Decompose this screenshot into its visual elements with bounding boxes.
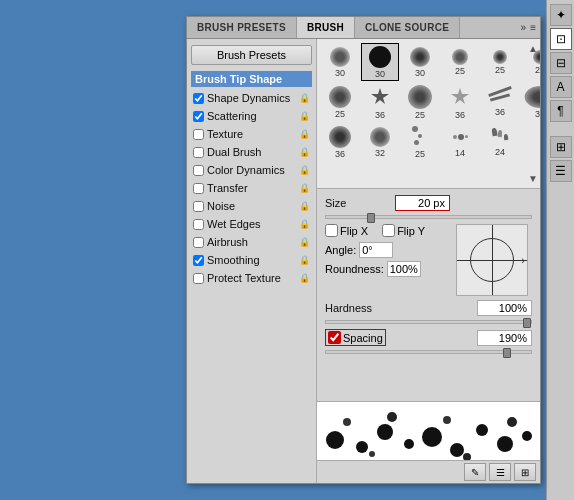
sidebar-item-smoothing[interactable]: Smoothing 🔒 bbox=[191, 251, 316, 269]
brush-cell-11[interactable]: 36 bbox=[521, 83, 540, 121]
hardness-slider[interactable] bbox=[325, 320, 532, 324]
angle-input[interactable] bbox=[359, 242, 393, 258]
flip-controls: Flip X Flip Y Angle: bbox=[325, 224, 448, 281]
brush-cell-7[interactable]: 36 bbox=[361, 83, 399, 121]
spacing-label: Spacing bbox=[343, 332, 383, 344]
lock-icon-4: 🔒 bbox=[299, 165, 310, 175]
sidebar-item-scattering[interactable]: Scattering 🔒 bbox=[191, 107, 316, 125]
brush-cell-16[interactable]: 24 bbox=[481, 123, 519, 161]
checkbox-color-dynamics[interactable] bbox=[193, 165, 204, 176]
checkbox-protect-texture[interactable] bbox=[193, 273, 204, 284]
hardness-slider-thumb[interactable] bbox=[523, 318, 531, 328]
brush-cell-15[interactable]: 14 bbox=[441, 123, 479, 161]
checkbox-transfer[interactable] bbox=[193, 183, 204, 194]
toolbar-icon-2[interactable]: ⊡ bbox=[550, 28, 572, 50]
brush-cell-12[interactable]: 36 bbox=[321, 123, 359, 161]
toolbar-icon-5[interactable]: ¶ bbox=[550, 100, 572, 122]
size-value[interactable]: 20 px bbox=[395, 195, 450, 211]
right-toolbar: ✦ ⊡ ⊟ A ¶ ⊞ ☰ bbox=[546, 0, 574, 500]
svg-point-8 bbox=[476, 424, 488, 436]
scroll-down[interactable]: ▼ bbox=[528, 173, 538, 184]
brush-cell-4[interactable]: 25 bbox=[481, 43, 519, 81]
sidebar-item-shape-dynamics[interactable]: Shape Dynamics 🔒 bbox=[191, 89, 316, 107]
brush-cell-0[interactable]: 30 bbox=[321, 43, 359, 81]
toolbar-icon-6[interactable]: ⊞ bbox=[550, 136, 572, 158]
lock-icon-3: 🔒 bbox=[299, 147, 310, 157]
checkbox-wet-edges[interactable] bbox=[193, 219, 204, 230]
toolbar-icon-4[interactable]: A bbox=[550, 76, 572, 98]
panel-content: ▲ 30 30 30 bbox=[317, 39, 540, 483]
toolbar-icon-1[interactable]: ✦ bbox=[550, 4, 572, 26]
brush-cell-3[interactable]: 25 bbox=[441, 43, 479, 81]
brush-cell-10[interactable]: 36 bbox=[481, 83, 519, 121]
flip-x-check[interactable]: Flip X bbox=[325, 224, 368, 237]
lock-icon-0: 🔒 bbox=[299, 93, 310, 103]
angle-field: Angle: bbox=[325, 242, 421, 258]
checkbox-shape-dynamics[interactable] bbox=[193, 93, 204, 104]
lock-icon-8: 🔒 bbox=[299, 237, 310, 247]
svg-point-11 bbox=[343, 418, 351, 426]
svg-point-6 bbox=[422, 427, 442, 447]
checkbox-texture[interactable] bbox=[193, 129, 204, 140]
spacing-slider[interactable] bbox=[325, 350, 532, 354]
brush-cell-2[interactable]: 30 bbox=[401, 43, 439, 81]
preset-button[interactable]: Brush Presets bbox=[191, 45, 312, 65]
flip-row: Flip X Flip Y bbox=[325, 224, 448, 237]
tab-brush[interactable]: BRUSH bbox=[297, 17, 355, 38]
sidebar-item-airbrush[interactable]: Airbrush 🔒 bbox=[191, 233, 316, 251]
brush-cell-13[interactable]: 32 bbox=[361, 123, 399, 161]
sidebar-item-dual-brush[interactable]: Dual Brush 🔒 bbox=[191, 143, 316, 161]
roundness-input[interactable] bbox=[387, 261, 421, 277]
checkbox-smoothing[interactable] bbox=[193, 255, 204, 266]
toolbar-icon-3[interactable]: ⊟ bbox=[550, 52, 572, 74]
angle-label: Angle: bbox=[325, 244, 356, 256]
spacing-check[interactable]: Spacing bbox=[325, 329, 386, 346]
checkbox-noise[interactable] bbox=[193, 201, 204, 212]
tabs-arrow-right[interactable]: » bbox=[521, 22, 527, 33]
strip-btn-1[interactable]: ✎ bbox=[464, 463, 486, 481]
sidebar-item-protect-texture[interactable]: Protect Texture 🔒 bbox=[191, 269, 316, 287]
brush-cell-8[interactable]: 25 bbox=[401, 83, 439, 121]
checkbox-scattering[interactable] bbox=[193, 111, 204, 122]
size-label: Size bbox=[325, 197, 395, 209]
hardness-value[interactable]: 100% bbox=[477, 300, 532, 316]
toolbar-icon-7[interactable]: ☰ bbox=[550, 160, 572, 182]
flip-y-check[interactable]: Flip Y bbox=[382, 224, 425, 237]
controls-area: Size 20 px Flip X bbox=[317, 189, 540, 401]
brush-cell-14[interactable]: 25 bbox=[401, 123, 439, 161]
sidebar-item-wet-edges[interactable]: Wet Edges 🔒 bbox=[191, 215, 316, 233]
tab-clone-source[interactable]: CLONE SOURCE bbox=[355, 17, 460, 38]
brush-grid: ▲ 30 30 30 bbox=[317, 39, 540, 189]
sidebar-item-texture[interactable]: Texture 🔒 bbox=[191, 125, 316, 143]
brush-preview: › bbox=[456, 224, 528, 296]
brush-cell-6[interactable]: 25 bbox=[321, 83, 359, 121]
brush-preview-svg bbox=[317, 402, 540, 462]
strip-btn-3[interactable]: ⊞ bbox=[514, 463, 536, 481]
size-slider[interactable] bbox=[325, 215, 532, 219]
spacing-slider-thumb[interactable] bbox=[503, 348, 511, 358]
strip-btn-2[interactable]: ☰ bbox=[489, 463, 511, 481]
sidebar-item-color-dynamics[interactable]: Color Dynamics 🔒 bbox=[191, 161, 316, 179]
spacing-checkbox[interactable] bbox=[328, 331, 341, 344]
svg-point-7 bbox=[450, 443, 464, 457]
flip-x-checkbox[interactable] bbox=[325, 224, 338, 237]
spacing-value[interactable]: 190% bbox=[477, 330, 532, 346]
checkbox-dual-brush[interactable] bbox=[193, 147, 204, 158]
brush-cell-9[interactable]: 36 bbox=[441, 83, 479, 121]
sidebar-item-transfer[interactable]: Transfer 🔒 bbox=[191, 179, 316, 197]
flip-x-label: Flip X bbox=[340, 225, 368, 237]
brush-cell-1[interactable]: 30 bbox=[361, 43, 399, 81]
checkbox-airbrush[interactable] bbox=[193, 237, 204, 248]
svg-marker-1 bbox=[451, 88, 469, 104]
size-slider-thumb[interactable] bbox=[367, 213, 375, 223]
brush-panel: BRUSH PRESETS BRUSH CLONE SOURCE » ≡ Bru… bbox=[186, 16, 541, 484]
lock-icon-9: 🔒 bbox=[299, 255, 310, 265]
flip-y-checkbox[interactable] bbox=[382, 224, 395, 237]
sidebar-item-noise[interactable]: Noise 🔒 bbox=[191, 197, 316, 215]
roundness-label: Roundness: bbox=[325, 263, 384, 275]
tab-brush-presets[interactable]: BRUSH PRESETS bbox=[187, 17, 297, 38]
tabs-menu[interactable]: ≡ bbox=[530, 22, 536, 33]
scroll-up[interactable]: ▲ bbox=[528, 43, 538, 54]
size-row: Size 20 px bbox=[325, 195, 532, 211]
svg-point-12 bbox=[387, 412, 397, 422]
